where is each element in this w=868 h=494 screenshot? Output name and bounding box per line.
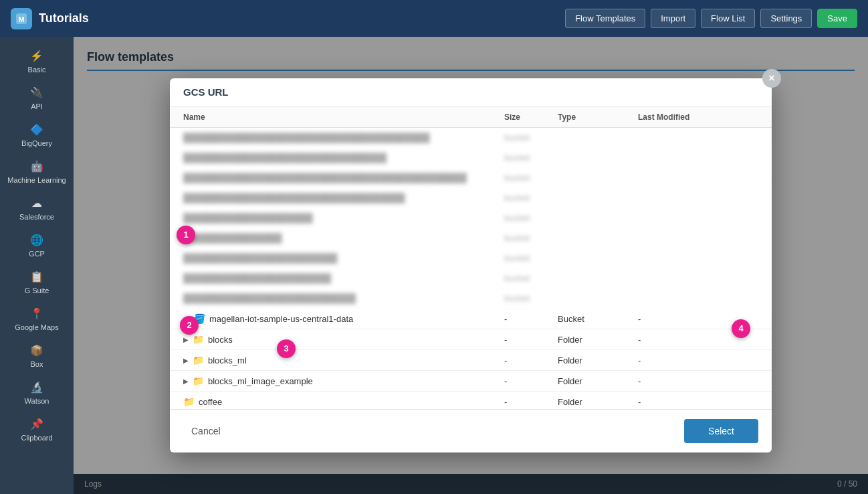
sidebar-label-clipboard: Clipboard [21, 434, 52, 442]
header: M Tutorials Flow Templates Import Flow L… [0, 0, 868, 37]
box-icon: 📦 [29, 342, 45, 358]
main-layout: ⚡ Basic 🔌 API 🔷 BigQuery 🤖 Machine Learn… [0, 37, 868, 494]
file-name-text: blocks_ml [208, 355, 247, 365]
gsuite-icon: 📋 [29, 268, 45, 284]
last-modified-cell: - [638, 314, 758, 324]
list-item: ████████████████████████████████████ buc… [170, 188, 772, 208]
close-button[interactable]: × [762, 69, 781, 88]
column-size: Size [504, 112, 558, 122]
column-last-modified: Last Modified [638, 112, 758, 122]
api-icon: 🔌 [29, 84, 45, 100]
select-button[interactable]: Select [684, 419, 758, 443]
sidebar-label-gcp: GCP [29, 250, 45, 258]
file-name-text: magellan-iot-sample-us-central1-data [209, 314, 353, 324]
modal-subheader: GCS URL [170, 78, 772, 107]
flow-templates-button[interactable]: Flow Templates [565, 9, 645, 28]
flow-list-button[interactable]: Flow List [701, 9, 755, 28]
size-cell: - [504, 314, 558, 324]
sidebar-item-bigquery[interactable]: 🔷 BigQuery [0, 116, 74, 153]
folder-icon: 📁 [193, 355, 204, 365]
file-table-body: ████████████████████████████████████████… [170, 128, 772, 409]
modal-dialog: × GCS URL Name Size Type Last Modified [170, 78, 772, 452]
file-name-text: blocks_ml_image_example [208, 376, 313, 386]
save-button[interactable]: Save [817, 9, 857, 28]
sidebar-label-box: Box [31, 360, 43, 368]
gcs-url-label: GCS URL [183, 86, 229, 98]
sidebar: ⚡ Basic 🔌 API 🔷 BigQuery 🤖 Machine Learn… [0, 37, 74, 494]
column-type: Type [558, 112, 638, 122]
modal-footer: Cancel Select [170, 409, 772, 452]
sidebar-item-clipboard[interactable]: 📌 Clipboard [0, 410, 74, 447]
svg-text:M: M [18, 15, 24, 23]
folder-icon: 📁 [193, 334, 204, 345]
last-modified-cell: - [638, 376, 758, 386]
chevron-right-icon[interactable]: ▶ [183, 336, 189, 343]
sidebar-item-watson[interactable]: 🔬 Watson [0, 374, 74, 410]
header-buttons: Flow Templates Import Flow List Settings… [565, 9, 857, 28]
chevron-right-icon[interactable]: ▶ [183, 357, 189, 364]
sidebar-item-gsuite[interactable]: 📋 G Suite [0, 263, 74, 300]
import-button[interactable]: Import [651, 9, 695, 28]
file-table-header: Name Size Type Last Modified [170, 107, 772, 128]
sidebar-label-bigquery: BigQuery [21, 139, 52, 147]
list-item: ████████████████████████ bucket [170, 268, 772, 289]
size-cell: - [504, 376, 558, 386]
last-modified-cell: - [638, 355, 758, 365]
type-cell: Folder [558, 397, 638, 407]
sidebar-label-google-maps: Google Maps [15, 323, 58, 331]
sidebar-item-salesforce[interactable]: ☁ Salesforce [0, 189, 74, 226]
close-icon: × [768, 72, 774, 84]
sidebar-label-api: API [31, 102, 43, 110]
sidebar-item-box[interactable]: 📦 Box [0, 337, 74, 374]
list-item: ████████████████████████████████████████… [170, 168, 772, 188]
app-title: Tutorials [39, 11, 558, 25]
last-modified-cell: - [638, 397, 758, 407]
list-item: ████████████████████████████ bucket [170, 289, 772, 309]
google-maps-icon: 📍 [29, 305, 45, 321]
size-cell: - [504, 355, 558, 365]
folder-icon: 📁 [183, 396, 195, 407]
basic-icon: ⚡ [29, 48, 45, 64]
sidebar-label-ml: Machine Learning [7, 176, 66, 184]
list-item[interactable]: ▼ 🪣 magellan-iot-sample-us-central1-data… [170, 309, 772, 329]
list-item: █████████████████████ bucket [170, 208, 772, 228]
sidebar-item-google-maps[interactable]: 📍 Google Maps [0, 300, 74, 337]
watson-icon: 🔬 [29, 379, 45, 395]
sidebar-item-api[interactable]: 🔌 API [0, 79, 74, 116]
salesforce-icon: ☁ [29, 195, 45, 211]
list-item: █████████████████████████████████ bucket [170, 148, 772, 168]
file-name-text: coffee [199, 397, 222, 407]
column-name: Name [183, 112, 504, 122]
settings-button[interactable]: Settings [760, 9, 812, 28]
type-cell: Folder [558, 335, 638, 345]
list-item[interactable]: ▶ 📁 blocks_ml_image_example - Folder - [170, 371, 772, 392]
sidebar-item-machine-learning[interactable]: 🤖 Machine Learning [0, 153, 74, 189]
sidebar-label-watson: Watson [25, 397, 49, 405]
list-item[interactable]: ▶ 📁 blocks_ml - Folder - [170, 350, 772, 371]
list-item: ████████████████ bucket [170, 228, 772, 248]
content-area: Flow templates × GCS URL Name Size [74, 37, 868, 494]
type-cell: Bucket [558, 314, 638, 324]
list-item: ████████████████████████████████████████… [170, 128, 772, 148]
gcp-icon: 🌐 [29, 232, 45, 248]
sidebar-label-gsuite: G Suite [25, 286, 49, 295]
last-modified-cell: - [638, 335, 758, 345]
type-cell: Folder [558, 355, 638, 365]
sidebar-item-basic[interactable]: ⚡ Basic [0, 42, 74, 79]
cancel-button[interactable]: Cancel [183, 420, 229, 442]
size-cell: - [504, 397, 558, 407]
size-cell: - [504, 335, 558, 345]
type-cell: Folder [558, 376, 638, 386]
modal-overlay: × GCS URL Name Size Type Last Modified [74, 37, 868, 494]
sidebar-label-salesforce: Salesforce [19, 213, 54, 221]
bigquery-icon: 🔷 [29, 121, 45, 137]
chevron-down-icon[interactable]: ▼ [183, 315, 190, 323]
list-item[interactable]: 📁 coffee - Folder - [170, 392, 772, 409]
clipboard-icon: 📌 [29, 416, 45, 432]
file-name-text: blocks [208, 335, 233, 345]
chevron-right-icon[interactable]: ▶ [183, 378, 189, 385]
list-item: █████████████████████████ bucket [170, 248, 772, 268]
sidebar-item-gcp[interactable]: 🌐 GCP [0, 226, 74, 263]
list-item[interactable]: ▶ 📁 blocks - Folder - [170, 329, 772, 350]
folder-icon: 📁 [193, 376, 204, 386]
